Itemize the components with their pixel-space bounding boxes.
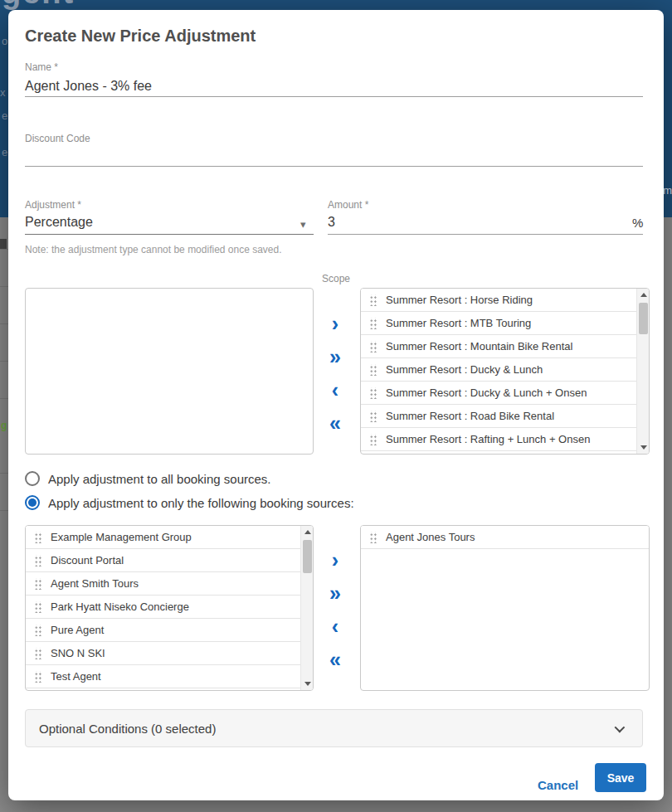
background-row-divider [0,286,8,287]
scrollbar-thumb[interactable] [639,303,648,334]
drag-handle-icon[interactable] [369,341,377,353]
list-item-label: Summer Resort : Mountain Bike Rental [386,340,572,353]
amount-underline [328,234,643,235]
list-item[interactable]: Summer Resort : Road Bike Rental [361,405,636,428]
drag-handle-icon[interactable] [34,601,41,613]
scroll-down-icon[interactable] [301,678,314,690]
scrollbar[interactable] [636,289,649,454]
drag-handle-icon[interactable] [369,532,377,543]
list-item-label: Summer Resort : Rafting + Lunch + Onsen [386,433,590,445]
adjustment-underline [25,234,314,235]
cancel-button[interactable]: Cancel [531,775,585,795]
list-item[interactable]: Agent Smith Tours [26,572,300,596]
adjustment-select[interactable]: Percentage [25,215,93,230]
list-item-label: Pure Agent [51,624,104,636]
scroll-down-icon[interactable] [637,441,650,454]
list-item[interactable]: Summer Resort : MTB Touring [361,312,636,335]
drag-handle-icon[interactable] [34,578,41,590]
chevron-down-icon[interactable]: ▾ [300,218,306,231]
list-item[interactable]: Summer Resort : Ducky & Lunch [361,358,636,382]
background-text-fragment: e [2,109,7,122]
move-left-button[interactable]: ‹ [324,615,347,638]
list-item[interactable]: Example Management Group [26,526,300,549]
list-item[interactable]: Summer Resort : Rafting + Lunch + Onsen [361,428,636,451]
booking-sources-selected-rows: Agent Jones Tours [361,526,649,690]
background-row-divider [0,473,8,474]
background-text-fragment: g [1,420,7,431]
list-item-label: Agent Jones Tours [386,531,475,543]
drag-handle-icon[interactable] [369,318,377,329]
background-chip [0,239,7,249]
radio-label: Apply adjustment to all booking sources. [48,472,270,486]
amount-input[interactable]: 3 [328,215,335,230]
discount-code-label: Discount Code [25,133,90,144]
background-row-divider [0,361,8,362]
booking-sources-selected-list[interactable]: Agent Jones Tours [360,525,650,691]
list-item-label: Example Management Group [51,531,192,543]
drag-handle-icon[interactable] [34,532,41,543]
background-row-divider [0,323,8,324]
scroll-up-icon[interactable] [301,526,314,538]
optional-conditions-accordion[interactable]: Optional Conditions (0 selected) [25,709,643,747]
list-item[interactable]: SNO N SKI [26,642,300,665]
scroll-up-icon[interactable] [637,289,650,301]
list-item-label: Summer Resort : Road Bike Rental [386,410,554,422]
move-right-button[interactable]: › [324,312,347,335]
list-item[interactable]: Summer Resort : Ducky & Lunch + Onsen [361,382,636,405]
list-item[interactable]: Park Hyatt Niseko Concierge [26,596,300,619]
scrollbar[interactable] [300,526,313,690]
move-all-right-button[interactable]: » [324,345,347,368]
list-item-label: Park Hyatt Niseko Concierge [51,600,189,613]
name-label: Name * [25,61,58,73]
radio-only-booking-sources[interactable]: Apply adjustment to only the following b… [25,495,354,510]
move-left-button[interactable]: ‹ [324,378,347,401]
booking-sources-available-rows: Example Management Group Discount Portal… [26,526,300,690]
list-item-label: Agent Smith Tours [51,577,139,590]
name-input[interactable]: Agent Jones - 3% fee [25,79,152,94]
scope-label: Scope [311,273,361,284]
background-text-fragment: e [2,146,7,158]
radio-all-booking-sources[interactable]: Apply adjustment to all booking sources. [25,471,270,486]
radio-label: Apply adjustment to only the following b… [48,496,354,510]
adjustment-label: Adjustment * [25,199,81,211]
move-all-left-button[interactable]: « [324,411,347,435]
list-item[interactable]: Test Agent [26,665,300,688]
amount-label: Amount * [328,199,368,211]
drag-handle-icon[interactable] [369,294,377,306]
move-all-left-button[interactable]: « [324,648,347,671]
list-item[interactable]: Agent Jones Tours [361,526,649,549]
move-all-right-button[interactable]: » [324,581,347,605]
drag-handle-icon[interactable] [369,434,377,445]
scope-selected-rows: Summer Resort : Horse Riding Summer Reso… [361,289,636,454]
scope-available-list[interactable] [25,288,314,455]
save-button[interactable]: Save [595,763,646,792]
background-text-fragment: m [663,184,672,197]
list-item[interactable]: Discount Portal [26,549,300,572]
dialog-title: Create New Price Adjustment [25,27,256,46]
list-item-label: Summer Resort : Ducky & Lunch + Onsen [386,387,587,399]
radio-icon-selected[interactable] [25,495,40,510]
drag-handle-icon[interactable] [34,648,41,659]
discount-code-underline [25,166,643,167]
scrollbar-thumb[interactable] [303,540,312,573]
percent-suffix: % [632,216,643,230]
list-item[interactable]: Summer Resort : Mountain Bike Rental [361,335,636,358]
list-item[interactable]: Pure Agent [26,619,300,642]
scope-available-rows [26,289,313,454]
drag-handle-icon[interactable] [369,411,377,422]
drag-handle-icon[interactable] [34,671,41,683]
list-item-label: Test Agent [51,670,101,683]
create-price-adjustment-dialog: Create New Price Adjustment Name * Agent… [8,10,664,800]
chevron-down-icon [615,722,626,732]
move-right-button[interactable]: › [324,548,347,571]
drag-handle-icon[interactable] [34,555,41,566]
drag-handle-icon[interactable] [34,625,41,636]
scope-selected-list[interactable]: Summer Resort : Horse Riding Summer Reso… [360,288,650,455]
background-text-fragment: o [2,35,7,47]
adjustment-note: Note: the adjustment type cannot be modi… [25,244,282,255]
radio-icon[interactable] [25,471,40,486]
drag-handle-icon[interactable] [369,364,377,376]
list-item[interactable]: Summer Resort : Horse Riding [361,289,636,312]
drag-handle-icon[interactable] [369,387,377,399]
booking-sources-available-list[interactable]: Example Management Group Discount Portal… [25,525,314,691]
